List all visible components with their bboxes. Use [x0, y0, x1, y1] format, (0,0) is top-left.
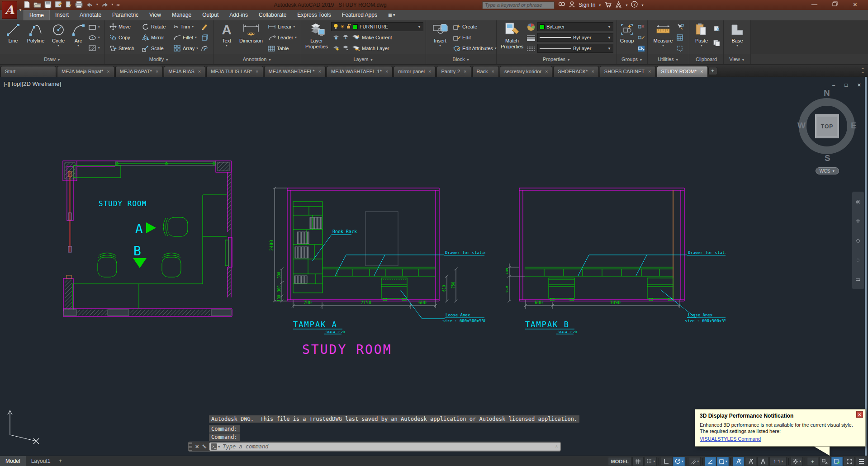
file-tab[interactable]: MEJA WASHTAFEL-1*×	[327, 66, 393, 77]
stretch-button[interactable]: Stretch	[109, 43, 134, 53]
ungroup-icon[interactable]	[638, 22, 645, 32]
annotation-scale-value[interactable]: 1:1▾	[769, 457, 787, 466]
tab-add-ins[interactable]: Add-ins	[224, 10, 253, 20]
exchange-dropdown-icon[interactable]: ▾	[626, 3, 627, 7]
command-bar[interactable]: ✕ 🔧︎ >_ ▾ ˄	[188, 442, 561, 452]
close-tab-icon[interactable]: ×	[318, 66, 321, 77]
annotation-scale-button[interactable]	[757, 457, 768, 466]
file-tab[interactable]: mirror panel×	[394, 66, 436, 77]
measure-button[interactable]: Measure ▼	[651, 22, 675, 47]
rotate-button[interactable]: Rotate	[142, 22, 166, 32]
edit-attributes-button[interactable]: Edit Attributes▾	[453, 43, 496, 53]
table-button[interactable]: Table	[268, 43, 289, 53]
ellipse-button[interactable]: ▾	[89, 33, 100, 42]
command-close-icon[interactable]: ✕	[192, 444, 202, 450]
linear-dimension-button[interactable]: Linear▾	[268, 22, 295, 32]
close-tab-icon[interactable]: ×	[591, 66, 594, 77]
autoscale-button[interactable]	[745, 457, 756, 466]
file-tab[interactable]: MEJA RIAS×	[164, 66, 205, 77]
tab-express-tools[interactable]: Express Tools	[292, 10, 336, 20]
layer-on-icon[interactable]	[333, 24, 338, 30]
viewport-window-buttons[interactable]: ‒ □ ✕	[832, 82, 865, 88]
offset-button[interactable]	[201, 43, 208, 53]
visualstyles-link[interactable]: VISUALSTYLES Command	[700, 436, 761, 442]
panel-title-utilities[interactable]: Utilities ▼	[648, 54, 689, 64]
new-drawing-tab-button[interactable]: +	[708, 67, 717, 75]
cut-icon[interactable]	[713, 23, 720, 33]
command-customize-icon[interactable]: 🔧︎	[202, 444, 209, 449]
showmotion-icon[interactable]: ▭	[855, 276, 860, 282]
tab-output[interactable]: Output	[197, 10, 224, 20]
new-layout-button[interactable]: +	[56, 456, 65, 466]
close-tab-icon[interactable]: ×	[428, 66, 431, 77]
scale-button[interactable]: Scale	[142, 43, 164, 53]
full-navigation-wheel-icon[interactable]: ◎	[856, 198, 860, 205]
move-button[interactable]: Move	[109, 22, 131, 32]
panel-title-clipboard[interactable]: Clipboard	[689, 54, 724, 64]
close-tab-icon[interactable]: ×	[545, 66, 548, 77]
isodraft-button[interactable]: ▾	[689, 457, 701, 466]
group-edit-icon[interactable]	[638, 33, 645, 42]
command-bar-grip[interactable]	[189, 442, 192, 451]
ortho-mode-button[interactable]	[661, 457, 672, 466]
match-layer-button[interactable]: Match Layer	[354, 43, 389, 53]
close-tab-icon[interactable]: ×	[385, 66, 388, 77]
quick-calc-icon[interactable]	[677, 33, 683, 42]
text-button[interactable]: A Text ▼	[215, 22, 238, 47]
notification-close-icon[interactable]: ✕	[856, 411, 863, 418]
customization-menu-button[interactable]	[856, 457, 867, 466]
paste-button[interactable]: Paste ▼	[690, 22, 713, 47]
layout1-tab[interactable]: Layout1	[26, 456, 56, 466]
layer-dropdown[interactable]: ☀ FURNITURE ▼	[331, 22, 423, 31]
file-tab[interactable]: MEJA WASHTAFEL*×	[264, 66, 326, 77]
ribbon-display-toggle-icon[interactable]: ▦ ▾	[383, 10, 401, 20]
close-tab-icon[interactable]: ×	[700, 66, 703, 77]
app-store-cart-icon[interactable]	[604, 1, 612, 9]
match-properties-button[interactable]: Match Properties	[499, 22, 525, 50]
graphics-performance-button[interactable]	[831, 457, 843, 466]
file-tab[interactable]: SHOERACK*×	[553, 66, 598, 77]
block-edit-button[interactable]: Edit	[453, 33, 471, 42]
annotation-monitor-button[interactable]: +	[807, 457, 818, 466]
layer-walk-icon[interactable]	[342, 45, 349, 52]
user-icon[interactable]	[569, 1, 575, 9]
group-button[interactable]: Group	[617, 22, 637, 44]
model-space-button[interactable]: MODEL	[608, 457, 631, 466]
base-dropdown-icon[interactable]: ▼	[726, 44, 749, 47]
compass-south[interactable]: S	[825, 153, 830, 163]
close-tab-icon[interactable]: ×	[492, 66, 494, 77]
panel-title-groups[interactable]: Groups ▼	[617, 54, 648, 64]
close-tab-icon[interactable]: ×	[156, 66, 158, 77]
rectangle-button[interactable]: ▾	[89, 22, 100, 32]
group-selection-icon[interactable]	[638, 43, 645, 53]
isolate-objects-button[interactable]	[819, 457, 830, 466]
compass-east[interactable]: E	[851, 121, 857, 131]
panel-title-properties[interactable]: Properties ▼	[497, 54, 617, 64]
paste-special-icon[interactable]	[677, 43, 683, 53]
file-tab[interactable]: Pantry-2×	[436, 66, 471, 77]
viewport-controls-label[interactable]: [-][Top][2D Wireframe]	[4, 80, 61, 87]
file-tab-start[interactable]: Start	[0, 66, 56, 77]
object-snap-ref-button[interactable]: ▾	[717, 457, 729, 466]
linetype-dropdown[interactable]: ByLayer▼	[537, 44, 613, 53]
help-dropdown-icon[interactable]: ▾	[641, 3, 643, 7]
object-snap-button[interactable]	[705, 457, 716, 466]
pan-icon[interactable]: ✛	[856, 218, 860, 224]
make-current-button[interactable]: Make Current	[354, 33, 392, 42]
mirror-button[interactable]: Mirror	[142, 33, 164, 42]
close-button[interactable]: ×	[845, 0, 865, 9]
application-menu-caret-icon[interactable]: ▼	[19, 8, 22, 12]
zoom-icon[interactable]: ◇	[856, 237, 860, 244]
layer-unlock-icon[interactable]	[346, 24, 351, 30]
tab-home[interactable]: Home	[24, 10, 50, 20]
file-tab[interactable]: secretary koridor×	[500, 66, 552, 77]
close-tab-icon[interactable]: ×	[107, 66, 109, 77]
file-tab-active[interactable]: STUDY ROOM*×	[657, 66, 708, 77]
arc-button[interactable]: Arc ▼	[67, 22, 90, 47]
explode-button[interactable]	[201, 33, 208, 42]
polar-tracking-button[interactable]: ▾	[673, 457, 685, 466]
help-icon[interactable]: ?	[631, 1, 638, 9]
tab-collaborate[interactable]: Collaborate	[253, 10, 292, 20]
insert-dropdown-icon[interactable]: ▼	[429, 44, 451, 47]
workspace-switching-button[interactable]: ▾	[791, 457, 803, 466]
